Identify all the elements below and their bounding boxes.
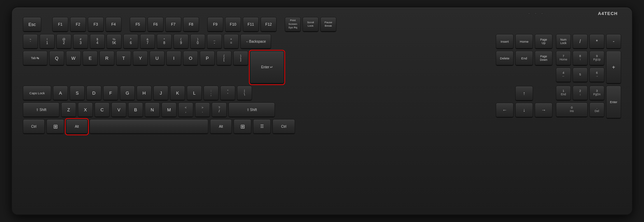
- key-numpadenter[interactable]: Enter: [606, 86, 621, 119]
- key-printscreen[interactable]: PrintScreenSys Rq: [285, 17, 301, 32]
- key-rctrl[interactable]: Ctrl: [272, 119, 295, 134]
- key-num0[interactable]: 0Ins: [556, 102, 588, 117]
- key-e[interactable]: E: [83, 51, 98, 66]
- key-period[interactable]: >.: [195, 102, 210, 117]
- key-home[interactable]: Home: [515, 34, 533, 49]
- key-u[interactable]: U: [150, 51, 165, 66]
- key-h[interactable]: H: [137, 86, 152, 101]
- key-0[interactable]: )0: [190, 34, 205, 49]
- key-numdiv[interactable]: /: [573, 34, 588, 49]
- key-equals[interactable]: +=: [224, 34, 239, 49]
- key-f9[interactable]: F9: [207, 17, 223, 32]
- key-2[interactable]: @2: [56, 34, 71, 49]
- key-uparrow[interactable]: ↑: [515, 86, 533, 101]
- key-4[interactable]: $4: [90, 34, 105, 49]
- key-numminus[interactable]: -: [606, 34, 621, 49]
- key-g[interactable]: G: [120, 86, 135, 101]
- key-o[interactable]: O: [183, 51, 198, 66]
- key-backtick[interactable]: ~`: [23, 34, 38, 49]
- key-tab[interactable]: Tab ↹: [23, 51, 47, 66]
- key-1[interactable]: !1: [40, 34, 55, 49]
- key-backslash[interactable]: |\: [237, 86, 252, 101]
- key-9[interactable]: (9: [173, 34, 188, 49]
- key-f[interactable]: F: [103, 86, 118, 101]
- key-8[interactable]: *8: [157, 34, 172, 49]
- key-ralt[interactable]: Alt: [210, 119, 232, 134]
- key-menu[interactable]: ☰: [253, 119, 271, 134]
- key-7[interactable]: &7: [140, 34, 155, 49]
- key-a[interactable]: A: [53, 86, 68, 101]
- key-k[interactable]: K: [170, 86, 185, 101]
- key-rightarrow[interactable]: →: [535, 103, 552, 118]
- key-num8[interactable]: 8↑: [573, 51, 588, 66]
- key-x[interactable]: X: [78, 102, 93, 117]
- key-num1[interactable]: 1End: [556, 86, 571, 101]
- key-m[interactable]: M: [162, 102, 177, 117]
- key-lwin[interactable]: ⊞: [46, 119, 64, 134]
- key-leftarrow[interactable]: ←: [496, 103, 514, 118]
- key-numdot[interactable]: .Del: [589, 102, 604, 117]
- key-space[interactable]: [89, 119, 208, 134]
- key-pause[interactable]: PauseBreak: [320, 17, 336, 32]
- key-i[interactable]: I: [166, 51, 181, 66]
- key-downarrow[interactable]: ↓: [515, 103, 533, 118]
- key-c[interactable]: C: [95, 102, 110, 117]
- key-nummul[interactable]: *: [589, 34, 604, 49]
- key-w[interactable]: W: [66, 51, 81, 66]
- key-num2[interactable]: 2↓: [573, 86, 588, 101]
- key-minus[interactable]: _-: [207, 34, 222, 49]
- key-numlock[interactable]: NumLock: [556, 34, 571, 49]
- key-num9[interactable]: 9PgUp: [589, 51, 604, 66]
- key-f1[interactable]: F1: [52, 17, 68, 32]
- key-p[interactable]: P: [200, 51, 215, 66]
- key-pagedown[interactable]: PageDown: [535, 51, 552, 66]
- key-b[interactable]: B: [128, 102, 143, 117]
- key-z[interactable]: Z: [61, 102, 76, 117]
- key-5[interactable]: %5€: [107, 34, 122, 49]
- key-f3[interactable]: F3: [88, 17, 104, 32]
- key-f10[interactable]: F10: [225, 17, 241, 32]
- key-num7[interactable]: 7Home: [556, 51, 571, 66]
- key-f6[interactable]: F6: [148, 17, 164, 32]
- key-delete[interactable]: Delete: [496, 51, 514, 66]
- key-f11[interactable]: F11: [243, 17, 259, 32]
- key-enter[interactable]: Enter ↵: [250, 51, 284, 84]
- key-f2[interactable]: F2: [70, 17, 86, 32]
- key-num3[interactable]: 3PgDn: [589, 86, 604, 101]
- key-comma[interactable]: <,: [178, 102, 193, 117]
- key-q[interactable]: Q: [49, 51, 64, 66]
- key-rshift[interactable]: ⇧ Shift: [228, 102, 275, 117]
- key-slash[interactable]: ?/: [212, 102, 227, 117]
- key-insert[interactable]: Insert: [496, 34, 514, 49]
- key-num6[interactable]: 6→: [589, 68, 604, 83]
- key-capslock[interactable]: Caps Lock: [23, 86, 51, 101]
- key-rwin[interactable]: ⊞: [234, 119, 251, 134]
- key-r[interactable]: R: [99, 51, 114, 66]
- key-semicolon[interactable]: :;: [204, 86, 219, 101]
- key-lshift[interactable]: ⇧ Shift: [23, 102, 59, 117]
- key-scrolllock[interactable]: ScrollLock: [303, 17, 319, 32]
- key-6[interactable]: ^6: [123, 34, 138, 49]
- key-n[interactable]: N: [145, 102, 160, 117]
- key-end[interactable]: End: [515, 51, 533, 66]
- key-f7[interactable]: F7: [165, 17, 181, 32]
- key-numplus[interactable]: +: [606, 51, 621, 84]
- key-lctrl[interactable]: Ctrl: [23, 119, 45, 134]
- key-num5[interactable]: 5: [573, 68, 588, 83]
- key-f12[interactable]: F12: [261, 17, 277, 32]
- key-f5[interactable]: F5: [130, 17, 146, 32]
- key-esc[interactable]: Esc: [23, 17, 41, 32]
- key-rbracket[interactable]: }]: [233, 51, 248, 66]
- key-pageup[interactable]: PageUp: [535, 34, 552, 49]
- key-lbracket[interactable]: {[: [216, 51, 232, 66]
- key-3[interactable]: #3: [73, 34, 88, 49]
- key-f4[interactable]: F4: [106, 17, 122, 32]
- key-l[interactable]: L: [187, 86, 202, 101]
- key-s[interactable]: S: [70, 86, 85, 101]
- key-backspace[interactable]: ←Backspace: [240, 34, 271, 49]
- key-quote[interactable]: "': [220, 86, 235, 101]
- key-num4[interactable]: 4←: [556, 68, 571, 83]
- key-d[interactable]: D: [86, 86, 101, 101]
- key-lalt[interactable]: Alt: [66, 119, 88, 134]
- key-j[interactable]: J: [153, 86, 168, 101]
